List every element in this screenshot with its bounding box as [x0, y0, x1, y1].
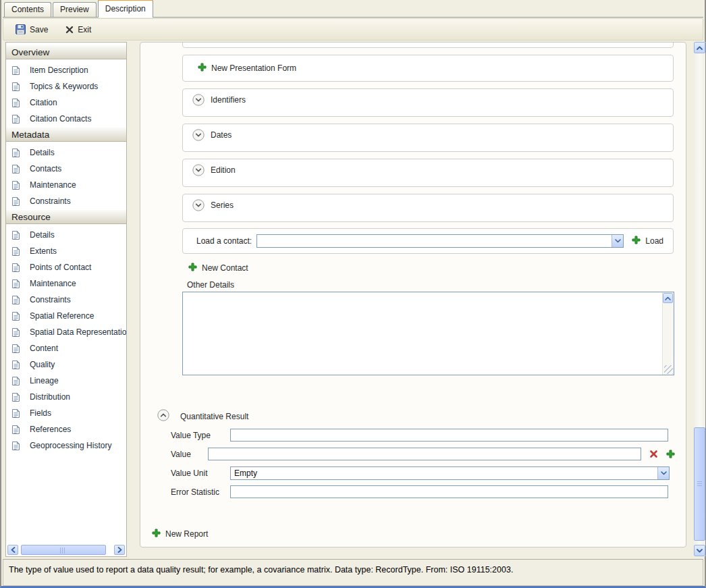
exit-button-label: Exit [78, 25, 91, 34]
new-contact-button[interactable]: New Contact [188, 263, 248, 273]
scroll-right-arrow-icon[interactable] [114, 545, 125, 555]
sidebar-scrollbar-thumb[interactable] [21, 545, 106, 555]
sidebar-item[interactable]: Content [6, 340, 126, 356]
sidebar-item-label: Constraints [30, 295, 71, 304]
document-page-icon [11, 441, 25, 451]
document-page-icon [11, 360, 25, 370]
sidebar-horizontal-scrollbar[interactable] [7, 545, 125, 555]
sidebar-item[interactable]: Fields [6, 405, 126, 421]
sidebar-item-label: Geoprocessing History [30, 441, 111, 450]
new-presentation-form-button[interactable]: New Presentation Form [198, 63, 296, 74]
sidebar-item[interactable]: Lineage [6, 373, 126, 389]
scroll-up-arrow-icon[interactable] [663, 293, 673, 303]
tab-description[interactable]: Description [98, 0, 153, 18]
value-type-input[interactable] [230, 429, 668, 442]
other-details-textarea[interactable] [183, 292, 662, 375]
scroll-left-arrow-icon[interactable] [7, 545, 18, 555]
load-button[interactable]: Load [632, 236, 663, 246]
delete-value-button[interactable] [649, 450, 658, 458]
sidebar-item[interactable]: Quality [6, 356, 126, 373]
sidebar-section-header: Metadata [6, 127, 126, 142]
collapsible-section-title: Edition [211, 165, 236, 175]
exit-button[interactable]: Exit [60, 22, 97, 37]
document-page-icon [11, 263, 25, 273]
sidebar-nav: OverviewItem DescriptionTopics & Keyword… [6, 43, 126, 454]
load-contact-combobox[interactable] [256, 234, 624, 248]
expand-chevron-down-icon[interactable] [192, 94, 205, 108]
load-contact-box: Load a contact: Load [182, 228, 674, 254]
document-page-icon [11, 164, 25, 174]
sidebar-item[interactable]: Citation [6, 95, 126, 111]
add-value-button[interactable] [666, 450, 675, 458]
error-statistic-input[interactable] [230, 485, 668, 498]
expand-chevron-down-icon[interactable] [192, 164, 205, 178]
sidebar-item[interactable]: Item Description [6, 62, 126, 78]
document-page-icon [11, 327, 25, 338]
value-unit-selected-value: Empty [231, 469, 657, 478]
load-contact-label: Load a contact: [196, 236, 252, 246]
sidebar-item[interactable]: Geoprocessing History [6, 437, 126, 454]
sidebar-item-label: Citation [30, 98, 57, 107]
sidebar-item[interactable]: Extents [6, 243, 126, 259]
sidebar-item-label: Details [30, 230, 55, 240]
sidebar-item-label: Spatial Data Representation [30, 327, 127, 337]
document-page-icon [11, 230, 25, 240]
textarea-scrollbar[interactable] [662, 292, 674, 375]
document-page-icon [11, 425, 25, 435]
collapsible-section-title: Identifiers [211, 95, 246, 105]
dropdown-chevron-icon[interactable] [657, 467, 669, 479]
value-input[interactable] [208, 448, 641, 460]
value-unit-select[interactable]: Empty [230, 466, 670, 480]
save-button[interactable]: Save [10, 22, 53, 37]
sidebar-item[interactable]: Contacts [6, 161, 126, 177]
expand-chevron-down-icon[interactable] [192, 129, 205, 143]
sidebar-item-label: Contacts [30, 164, 61, 173]
sidebar-item-label: Quality [30, 360, 55, 369]
error-statistic-row: Error Statistic [140, 485, 686, 498]
save-icon [16, 24, 26, 34]
expand-chevron-down-icon[interactable] [192, 199, 205, 213]
tab-preview[interactable]: Preview [53, 2, 97, 17]
sidebar-item[interactable]: Maintenance [6, 177, 126, 193]
metadata-editor-window: Contents Preview Description Save Exit O… [0, 0, 706, 588]
document-page-icon [11, 148, 25, 158]
document-page-icon [11, 279, 25, 289]
document-page-icon [11, 311, 25, 321]
sidebar-item[interactable]: References [6, 421, 126, 437]
sidebar-item-label: Extents [30, 246, 57, 256]
sidebar-item[interactable]: Spatial Reference [6, 308, 126, 324]
sidebar-section-header: Overview [6, 45, 126, 59]
sidebar-item[interactable]: Maintenance [6, 275, 126, 292]
resize-grip-icon[interactable] [664, 365, 673, 374]
document-page-icon [11, 246, 25, 257]
main-vertical-scrollbar[interactable] [694, 42, 705, 556]
quantitative-result-header[interactable]: Quantitative Result [157, 409, 248, 423]
sidebar-item[interactable]: Constraints [6, 193, 126, 209]
collapse-chevron-up-icon[interactable] [157, 409, 169, 423]
value-type-row: Value Type [140, 429, 686, 442]
dropdown-chevron-icon[interactable] [612, 235, 623, 247]
sidebar-item-label: Details [30, 148, 55, 157]
collapsed-sections: IdentifiersDatesEditionSeries [182, 88, 674, 229]
sidebar-item[interactable]: Points of Contact [6, 259, 126, 275]
sidebar-item[interactable]: Citation Contacts [6, 111, 126, 127]
sidebar-item[interactable]: Constraints [6, 292, 126, 308]
add-icon [198, 63, 207, 74]
scroll-up-arrow-icon[interactable] [694, 42, 705, 53]
sidebar-item-label: Content [30, 344, 58, 353]
new-report-button[interactable]: New Report [152, 529, 208, 539]
scroll-down-arrow-icon[interactable] [694, 545, 705, 556]
sidebar-item[interactable]: Details [6, 144, 126, 161]
scrolled-off-section-box [182, 42, 674, 48]
tab-contents[interactable]: Contents [4, 2, 51, 17]
sidebar-item[interactable]: Topics & Keywords [6, 78, 126, 95]
sidebar-item[interactable]: Spatial Data Representation [6, 324, 126, 340]
tab-bar: Contents Preview Description [3, 0, 703, 18]
sidebar-item[interactable]: Details [6, 227, 126, 243]
sidebar-item-label: Spatial Reference [30, 311, 94, 321]
sidebar-item[interactable]: Distribution [6, 389, 126, 405]
scrollbar-thumb[interactable] [694, 427, 705, 541]
value-row: Value [140, 448, 686, 460]
new-report-label: New Report [165, 529, 208, 539]
quantitative-result-fields: Value Type Value Value Unit Empty Error … [140, 429, 686, 504]
